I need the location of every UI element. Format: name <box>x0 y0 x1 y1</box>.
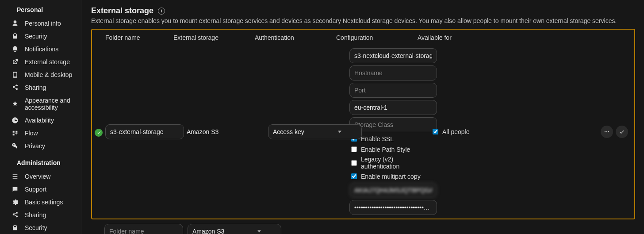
col-header-folder: Folder name <box>92 33 173 41</box>
sidebar-item-label: Availability <box>25 117 54 124</box>
all-people-row[interactable]: All people <box>431 127 519 136</box>
port-input[interactable] <box>349 83 437 98</box>
sidebar-item-notifications[interactable]: Notifications <box>4 43 78 55</box>
secret-key-input[interactable] <box>349 200 437 215</box>
user-icon <box>12 20 19 27</box>
lock-icon <box>12 224 19 231</box>
main-content: External storage i External storage enab… <box>82 0 644 234</box>
share-icon <box>12 84 19 91</box>
share-icon <box>12 211 19 219</box>
bucket-input[interactable] <box>349 48 437 63</box>
svg-point-2 <box>608 131 609 132</box>
sidebar-item-label: Sharing <box>25 211 46 219</box>
sidebar-item-sharing-personal[interactable]: Sharing <box>4 81 78 94</box>
new-external-storage-select[interactable]: Amazon S3 <box>188 224 281 234</box>
sidebar-item-label: Appearance and accessibility <box>25 97 74 111</box>
external-icon <box>12 58 19 65</box>
sidebar-item-external-storage-personal[interactable]: External storage <box>4 56 78 68</box>
sidebar-item-security-personal[interactable]: Security <box>4 30 78 42</box>
clock-icon <box>12 117 19 124</box>
sidebar-item-label: External storage <box>25 58 70 65</box>
storage-table: Folder name External storage Authenticat… <box>91 29 635 219</box>
table-header: Folder name External storage Authenticat… <box>92 30 634 45</box>
storage-class-input[interactable] <box>349 117 437 132</box>
all-people-checkbox[interactable] <box>433 129 438 134</box>
auth-select[interactable]: Access key <box>268 124 362 139</box>
enable-multipart-label: Enable multipart copy <box>361 173 421 180</box>
sidebar-item-sharing-admin[interactable]: Sharing <box>4 209 78 221</box>
sidebar-item-overview[interactable]: Overview <box>4 170 78 183</box>
sidebar-item-mobile-desktop[interactable]: Mobile & desktop <box>4 69 78 81</box>
access-key-input[interactable] <box>349 183 437 198</box>
sidebar-item-privacy[interactable]: Privacy <box>4 140 78 152</box>
key-icon <box>12 142 19 150</box>
col-header-auth: Authentication <box>255 33 336 41</box>
sidebar-item-label: Sharing <box>25 84 46 91</box>
page-title: External storage i <box>91 6 635 15</box>
table-row: Amazon S3 Access key <box>92 45 634 219</box>
sidebar-item-label: Support <box>25 186 46 193</box>
gear-icon <box>12 199 19 206</box>
hostname-input[interactable] <box>349 65 437 81</box>
region-input[interactable] <box>349 100 437 115</box>
external-storage-value: Amazon S3 <box>187 128 268 135</box>
sidebar-item-appearance[interactable]: Appearance and accessibility <box>4 94 78 114</box>
enable-path-style-row[interactable]: Enable Path Style <box>349 145 427 153</box>
sidebar-item-label: Flow <box>25 130 38 137</box>
sidebar-item-basic-settings[interactable]: Basic settings <box>4 196 78 208</box>
sidebar-item-flow[interactable]: Flow <box>4 127 78 139</box>
enable-multipart-row[interactable]: Enable multipart copy <box>349 172 427 180</box>
enable-path-style-label: Enable Path Style <box>361 146 410 153</box>
folder-name-input[interactable] <box>105 124 184 139</box>
sidebar-section-personal: Personal <box>0 3 82 17</box>
appearance-icon <box>12 100 19 107</box>
sidebar-item-label: Basic settings <box>25 199 63 206</box>
more-button[interactable] <box>601 126 613 138</box>
sidebar-item-availability[interactable]: Availability <box>4 114 78 127</box>
confirm-button[interactable] <box>616 126 628 138</box>
sidebar-item-security-admin[interactable]: Security <box>4 222 78 234</box>
sidebar-item-label: Notifications <box>25 46 58 53</box>
list-icon <box>12 173 19 180</box>
status-ok-icon <box>95 129 103 137</box>
new-folder-name-input[interactable] <box>104 224 183 234</box>
phone-icon <box>12 71 19 78</box>
enable-ssl-label: Enable SSL <box>361 135 394 142</box>
speech-icon <box>12 186 19 193</box>
bell-icon <box>12 46 19 53</box>
flow-icon <box>12 130 19 137</box>
sidebar-item-support[interactable]: Support <box>4 183 78 196</box>
all-people-label: All people <box>442 128 470 135</box>
sidebar-item-personal-info[interactable]: Personal info <box>4 17 78 30</box>
add-storage-row: Amazon S3 <box>91 219 635 234</box>
legacy-auth-label: Legacy (v2) authentication <box>361 156 427 170</box>
col-header-external: External storage <box>173 33 255 41</box>
lock-icon <box>12 33 19 40</box>
enable-path-style-checkbox[interactable] <box>351 146 357 152</box>
col-header-available: Available for <box>418 33 506 41</box>
legacy-auth-checkbox[interactable] <box>351 160 357 166</box>
sidebar-section-admin: Administration <box>0 156 82 170</box>
sidebar-item-label: Mobile & desktop <box>25 71 72 78</box>
sidebar-item-label: Security <box>25 224 47 231</box>
sidebar-item-label: Personal info <box>25 20 61 27</box>
page-title-text: External storage <box>91 6 153 15</box>
sidebar-item-label: Overview <box>25 173 50 180</box>
page-description: External storage enables you to mount ex… <box>91 17 635 24</box>
col-header-config: Configuration <box>336 33 418 41</box>
settings-sidebar: Personal Personal info Security Notifica… <box>0 0 82 234</box>
legacy-auth-row[interactable]: Legacy (v2) authentication <box>349 156 427 170</box>
info-icon[interactable]: i <box>158 8 165 15</box>
enable-multipart-checkbox[interactable] <box>351 173 357 179</box>
svg-point-0 <box>605 131 606 132</box>
sidebar-item-label: Security <box>25 33 47 40</box>
svg-point-1 <box>606 131 607 132</box>
sidebar-item-label: Privacy <box>25 142 45 150</box>
